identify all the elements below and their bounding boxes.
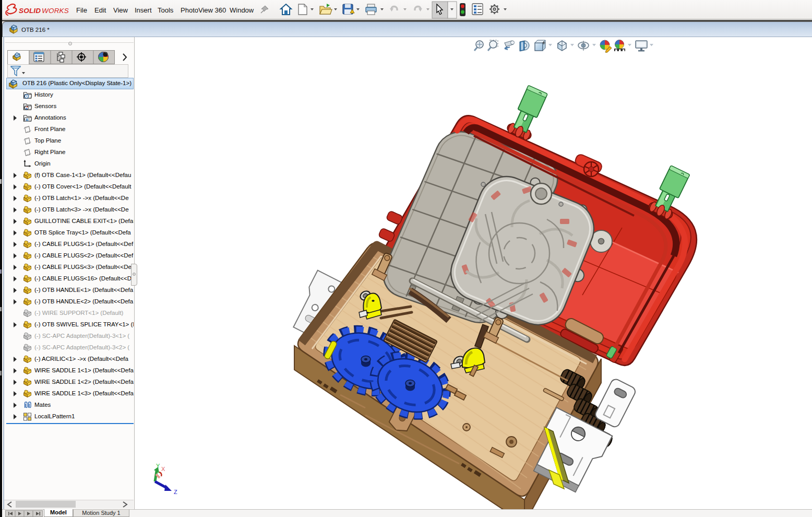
svg-text:X: X — [161, 466, 165, 472]
svg-text:Z: Z — [174, 489, 177, 495]
svg-text:WORKS: WORKS — [42, 7, 69, 15]
svg-text:Y: Y — [156, 463, 160, 469]
svg-text:SOLID: SOLID — [19, 7, 41, 15]
svg-text:A: A — [26, 118, 29, 122]
